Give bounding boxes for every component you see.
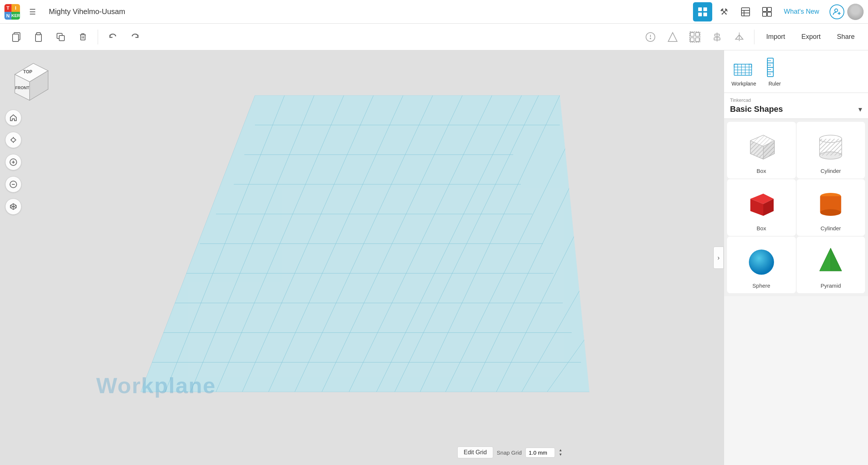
panel-tools: Workplane Ruler: [724, 50, 868, 93]
top-nav: T I N KER ☰ Mighty Vihelmo-Uusam ⚒: [0, 0, 868, 24]
shapes-category: Tinkercad: [730, 97, 862, 103]
shape-cylinder-orange[interactable]: Cylinder: [797, 179, 865, 236]
paste-button[interactable]: [28, 27, 49, 47]
3d-view-button[interactable]: [5, 198, 21, 215]
svg-point-12: [835, 9, 838, 12]
svg-rect-10: [763, 12, 767, 16]
ruler-tool[interactable]: Ruler: [764, 56, 786, 87]
import-button[interactable]: Import: [759, 30, 793, 44]
view-cube[interactable]: TOP FRONT: [7, 58, 52, 102]
svg-rect-9: [767, 7, 771, 11]
logo-t: T: [4, 4, 11, 12]
svg-rect-0: [698, 7, 702, 11]
svg-rect-28: [690, 33, 694, 36]
code-blocks-icon[interactable]: [757, 2, 777, 21]
zoom-out-button[interactable]: [5, 176, 21, 193]
align-button[interactable]: [707, 27, 727, 47]
shape-visual-cylinder-orange: [812, 185, 849, 222]
build-icon[interactable]: ⚒: [714, 2, 734, 21]
shape-label-cylinder-orange: Cylinder: [821, 225, 841, 231]
copy-button[interactable]: [6, 27, 27, 47]
svg-marker-27: [668, 33, 677, 41]
workplane-canvas[interactable]: Workplane: [22, 61, 716, 443]
duplicate-button[interactable]: [50, 27, 71, 47]
svg-point-112: [820, 152, 842, 159]
shape-cylinder-grey[interactable]: Cylinder: [797, 122, 865, 178]
svg-text:TOP: TOP: [23, 69, 32, 74]
svg-rect-2: [698, 13, 702, 16]
main-layout: TOP FRONT: [0, 50, 868, 465]
group-button[interactable]: [684, 27, 705, 47]
svg-point-123: [749, 250, 774, 275]
shape-visual-pyramid-green: [812, 242, 849, 280]
svg-rect-16: [13, 34, 18, 41]
workplane-icon: [733, 56, 755, 78]
shapes-title-row: Basic Shapes ▾: [730, 104, 862, 114]
tinkercad-logo[interactable]: T I N KER: [4, 4, 20, 20]
edit-grid-button[interactable]: Edit Grid: [457, 446, 493, 458]
svg-rect-11: [767, 12, 771, 16]
menu-icon[interactable]: ☰: [23, 2, 42, 21]
svg-rect-3: [703, 13, 707, 16]
shape-box-grey[interactable]: Box: [727, 122, 796, 178]
mirror-button[interactable]: [729, 27, 750, 47]
bottom-bar: Edit Grid Snap Grid ▲ ▼: [451, 444, 568, 461]
project-name: Mighty Vihelmo-Uusam: [49, 7, 690, 16]
home-view-button[interactable]: [5, 110, 21, 126]
shape-visual-box-red: [743, 185, 780, 222]
svg-rect-31: [696, 38, 699, 41]
toolbar: Import Export Share: [0, 24, 868, 50]
grid-apps-icon[interactable]: [693, 2, 712, 21]
svg-rect-4: [741, 8, 750, 16]
shape-visual-cylinder-grey: [812, 128, 849, 165]
shapes-header: Tinkercad Basic Shapes ▾: [724, 93, 868, 119]
delete-button[interactable]: [73, 27, 93, 47]
toolbar-sep-1: [98, 30, 98, 44]
viewport[interactable]: TOP FRONT: [0, 50, 724, 465]
ruler-icon: [764, 56, 786, 78]
svg-rect-20: [59, 36, 64, 41]
undo-button[interactable]: [102, 27, 123, 47]
snap-down-arrow[interactable]: ▼: [559, 452, 562, 457]
svg-rect-29: [696, 33, 699, 36]
logo-i: I: [11, 4, 20, 12]
shape-box-red[interactable]: Box: [727, 179, 796, 236]
svg-rect-21: [81, 35, 85, 40]
shape-button[interactable]: [662, 27, 683, 47]
snap-grid-arrows: ▲ ▼: [559, 448, 562, 457]
shapes-dropdown-arrow[interactable]: ▾: [858, 105, 862, 114]
ruler-tool-label: Ruler: [768, 81, 781, 87]
shape-label-sphere-blue: Sphere: [753, 282, 770, 289]
logo-er: KER: [11, 12, 20, 20]
shape-label-box-grey: Box: [757, 168, 766, 174]
shapes-grid: Box: [724, 119, 868, 296]
avatar[interactable]: [847, 4, 864, 20]
shape-label-pyramid-green: Pyramid: [821, 282, 841, 289]
fit-view-button[interactable]: [5, 132, 21, 148]
shape-visual-sphere-blue: [743, 242, 780, 280]
svg-rect-18: [37, 33, 40, 35]
svg-marker-38: [739, 35, 743, 39]
whats-new-button[interactable]: What's New: [780, 5, 824, 19]
snap-up-arrow[interactable]: ▲: [559, 448, 562, 452]
zoom-in-button[interactable]: [5, 154, 21, 170]
shape-label-box-red: Box: [757, 225, 766, 231]
svg-rect-32: [690, 32, 700, 42]
notes-button[interactable]: [640, 27, 661, 47]
gallery-icon[interactable]: [736, 2, 755, 21]
snap-grid-label: Snap Grid: [497, 449, 522, 456]
logo-k: N: [4, 12, 11, 20]
snap-grid-input[interactable]: [525, 448, 555, 458]
redo-button[interactable]: [125, 27, 145, 47]
right-panel: Workplane Ruler: [724, 50, 868, 465]
svg-rect-8: [763, 7, 767, 11]
chevron-right-icon: ›: [717, 254, 720, 262]
share-button[interactable]: Share: [830, 30, 862, 44]
collapse-panel-button[interactable]: ›: [713, 247, 724, 269]
workplane-tool[interactable]: Workplane: [731, 56, 756, 87]
export-button[interactable]: Export: [794, 30, 828, 44]
shape-pyramid-green[interactable]: Pyramid: [797, 237, 865, 293]
add-user-button[interactable]: [830, 4, 844, 19]
shape-sphere-blue[interactable]: Sphere: [727, 237, 796, 293]
svg-text:FRONT: FRONT: [15, 86, 29, 90]
